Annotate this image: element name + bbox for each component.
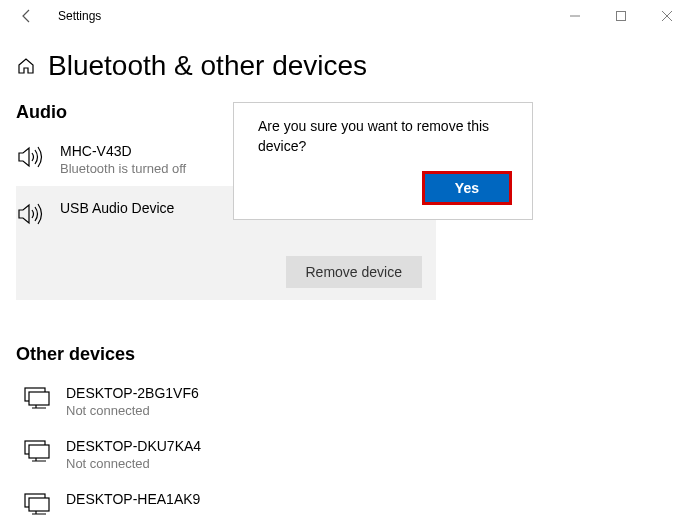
speaker-icon: [16, 202, 46, 226]
device-status: Bluetooth is turned off: [60, 161, 186, 176]
other-device-item[interactable]: DESKTOP-HEA1AK9: [16, 481, 674, 515]
titlebar: Settings: [0, 0, 690, 32]
svg-rect-4: [29, 445, 49, 458]
other-devices-section: Other devices DESKTOP-2BG1VF6 Not connec…: [16, 344, 674, 515]
page-header: Bluetooth & other devices: [0, 32, 690, 98]
device-name: DESKTOP-HEA1AK9: [66, 491, 200, 507]
monitor-icon: [22, 493, 52, 515]
page-title: Bluetooth & other devices: [48, 50, 367, 82]
device-info: MHC-V43D Bluetooth is turned off: [60, 143, 186, 176]
device-status: Not connected: [66, 403, 199, 418]
window-controls: [552, 0, 690, 32]
svg-rect-2: [29, 392, 49, 405]
content: Audio MHC-V43D Bluetooth is turned off U…: [0, 102, 690, 515]
device-name: USB Audio Device: [60, 200, 174, 216]
back-button[interactable]: [12, 1, 42, 31]
monitor-icon: [22, 440, 52, 462]
remove-device-button[interactable]: Remove device: [286, 256, 423, 288]
close-button[interactable]: [644, 0, 690, 32]
speaker-icon: [16, 145, 46, 169]
device-name: DESKTOP-DKU7KA4: [66, 438, 201, 454]
close-icon: [662, 11, 672, 21]
maximize-button[interactable]: [598, 0, 644, 32]
device-name: MHC-V43D: [60, 143, 186, 159]
other-device-item[interactable]: DESKTOP-DKU7KA4 Not connected: [16, 428, 674, 481]
device-info: DESKTOP-HEA1AK9: [66, 491, 200, 507]
back-arrow-icon: [19, 8, 35, 24]
home-icon[interactable]: [16, 56, 36, 76]
minimize-icon: [570, 11, 580, 21]
device-name: DESKTOP-2BG1VF6: [66, 385, 199, 401]
monitor-icon: [22, 387, 52, 409]
other-devices-title: Other devices: [16, 344, 674, 365]
svg-rect-6: [29, 498, 49, 511]
minimize-button[interactable]: [552, 0, 598, 32]
device-status: Not connected: [66, 456, 201, 471]
maximize-icon: [616, 11, 626, 21]
device-info: DESKTOP-2BG1VF6 Not connected: [66, 385, 199, 418]
svg-rect-0: [617, 12, 626, 21]
device-info: DESKTOP-DKU7KA4 Not connected: [66, 438, 201, 471]
yes-button[interactable]: Yes: [422, 171, 512, 205]
window-title: Settings: [58, 9, 101, 23]
other-device-item[interactable]: DESKTOP-2BG1VF6 Not connected: [16, 375, 674, 428]
device-info: USB Audio Device: [60, 200, 174, 216]
dialog-text: Are you sure you want to remove this dev…: [258, 117, 512, 156]
confirm-dialog: Are you sure you want to remove this dev…: [233, 102, 533, 220]
